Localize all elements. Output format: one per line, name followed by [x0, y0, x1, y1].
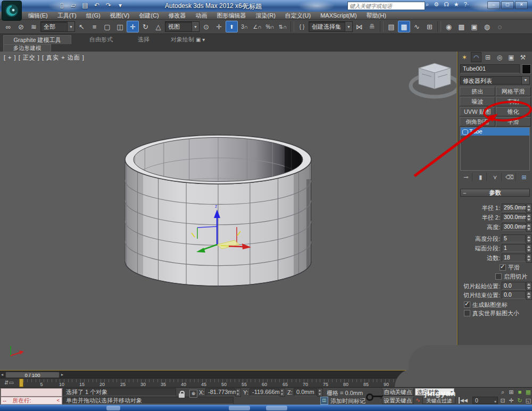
time-tag-icon[interactable]: ◫: [320, 397, 328, 405]
modifier-smooth-button[interactable]: 平滑: [496, 117, 531, 127]
spinner[interactable]: [526, 291, 532, 300]
smooth-checkbox[interactable]: [500, 264, 506, 271]
modifier-uvwmap-button[interactable]: UVW 贴图: [460, 107, 495, 116]
edit-named-selection-sets-icon[interactable]: { }: [296, 21, 308, 32]
modifier-taper-button[interactable]: 锥化: [496, 107, 531, 116]
hierarchy-tab-icon[interactable]: ⊞: [483, 52, 493, 62]
dropdown-arrow-icon[interactable]: ▼: [521, 77, 529, 84]
modifier-meshsmooth-button[interactable]: 网格平滑: [496, 87, 531, 96]
app-logo[interactable]: [2, 1, 22, 21]
menu-modifiers[interactable]: 修改器: [164, 12, 191, 20]
modifier-stack-list[interactable]: Tube: [460, 127, 530, 171]
next-frame-icon[interactable]: ▸: [61, 372, 63, 378]
dropdown-arrow-icon[interactable]: ▼: [345, 22, 352, 31]
generate-mapping-coords-checkbox[interactable]: [464, 301, 470, 308]
current-frame-field[interactable]: 0: [472, 397, 498, 404]
menu-group[interactable]: 组(G): [81, 12, 105, 20]
object-color-swatch[interactable]: [522, 64, 531, 74]
keyboard-shortcut-override-icon[interactable]: ⬆: [226, 21, 238, 32]
configure-modifier-sets-icon[interactable]: ⊞: [518, 173, 530, 181]
material-editor-icon[interactable]: ◉: [443, 21, 455, 32]
new-key-curve-icon[interactable]: ∿: [415, 397, 420, 404]
key-filters-button[interactable]: 关键点过滤器...: [422, 397, 455, 404]
named-selection-sets-dropdown[interactable]: 创建选择集▼: [309, 21, 353, 32]
use-pivot-center-icon[interactable]: ⊙: [200, 21, 212, 32]
parameters-rollout-header[interactable]: − 参数: [460, 189, 530, 197]
create-tab-icon[interactable]: ✶: [459, 52, 470, 62]
maximize-viewport-toggle-icon[interactable]: ◱: [525, 397, 532, 404]
tab-polygon-modeling[interactable]: 多边形建模: [3, 44, 51, 52]
maxscript-mini-listener[interactable]: [1, 388, 62, 397]
select-object-icon[interactable]: ↖: [76, 21, 88, 32]
go-to-start-icon[interactable]: ◀◀: [459, 397, 468, 404]
modifier-lathe-button[interactable]: 车削: [496, 97, 531, 106]
spinner[interactable]: [526, 282, 532, 291]
modifier-list-dropdown[interactable]: 修改器列表▼: [460, 76, 530, 85]
snaps-toggle-icon[interactable]: 3∩: [238, 21, 251, 32]
zoom-extents-icon[interactable]: ■: [516, 388, 523, 396]
render-production-icon[interactable]: ◍: [481, 21, 493, 32]
stack-item-tube[interactable]: Tube: [461, 128, 529, 136]
spinner-snap-icon[interactable]: ⇅∩: [277, 21, 289, 32]
spinner[interactable]: [526, 213, 532, 222]
set-key-button[interactable]: 设置关键点: [382, 397, 414, 404]
menu-create[interactable]: 创建(C): [134, 12, 163, 20]
make-unique-icon[interactable]: ⋎: [489, 173, 502, 181]
curve-editor-icon[interactable]: ∿: [411, 21, 423, 32]
height-segments-field[interactable]: 5: [502, 234, 526, 242]
real-world-map-size-checkbox[interactable]: [464, 310, 470, 316]
pin-stack-icon[interactable]: ⊸: [460, 173, 472, 181]
menu-views[interactable]: 视图(V): [105, 12, 135, 20]
select-and-scale-icon[interactable]: △: [152, 21, 164, 32]
bind-to-space-warp-icon[interactable]: ≋: [28, 21, 40, 32]
render-iterative-icon[interactable]: ◌: [494, 21, 506, 32]
menu-customize[interactable]: 自定义(U): [280, 12, 315, 20]
modifier-noise-button[interactable]: 噪波: [460, 97, 495, 106]
maxscript-listener-line[interactable]: -- 所在行: <: [1, 397, 62, 405]
display-tab-icon[interactable]: ▣: [506, 52, 517, 62]
orbit-icon[interactable]: ↻: [516, 397, 523, 404]
rendered-frame-window-icon[interactable]: ▣: [468, 21, 480, 32]
cap-segments-field[interactable]: 1: [502, 244, 526, 252]
height-field[interactable]: 300.0mm: [502, 223, 526, 231]
current-frame-marker[interactable]: [19, 379, 23, 387]
sides-field[interactable]: 18: [502, 254, 526, 262]
select-and-link-icon[interactable]: ∞: [2, 21, 14, 32]
help-search-input[interactable]: [347, 2, 425, 10]
spinner[interactable]: [526, 204, 532, 213]
mini-curve-editor-icon[interactable]: ⇵▭: [3, 380, 15, 386]
radius1-field[interactable]: 295.0mm: [502, 204, 526, 212]
graphite-ribbon-toggle-icon[interactable]: ▦: [398, 21, 410, 32]
maximize-button[interactable]: ▢: [501, 1, 514, 9]
selection-filter-dropdown[interactable]: 全部▼: [40, 21, 75, 32]
motion-tab-icon[interactable]: ◎: [494, 52, 505, 62]
slice-on-checkbox[interactable]: [495, 273, 502, 280]
pan-hand-icon[interactable]: ✛: [508, 397, 515, 404]
key-icon[interactable]: ⚙: [434, 1, 439, 8]
show-end-result-icon[interactable]: ▮: [475, 173, 487, 181]
slice-from-field[interactable]: 0.0: [502, 282, 526, 290]
tab-freeform[interactable]: 自由形式: [80, 35, 122, 44]
ribbon-options-icon[interactable]: ▣ ▾: [196, 37, 205, 43]
menu-animation[interactable]: 动画: [191, 12, 212, 20]
add-time-tag[interactable]: 添加时间标记: [330, 397, 365, 405]
x-coordinate-field[interactable]: -81.773mm: [205, 388, 235, 396]
minimize-button[interactable]: –: [487, 1, 500, 9]
render-setup-icon[interactable]: ▩: [455, 21, 468, 32]
viewport-orthographic[interactable]: [ + ] [ 正交 ] [ 真实 + 边面 ]: [0, 52, 458, 371]
select-and-manipulate-icon[interactable]: ✛: [213, 21, 225, 32]
menu-rendering[interactable]: 渲染(R): [251, 12, 280, 20]
select-by-name-icon[interactable]: ≡: [88, 21, 101, 32]
tab-graphite-modeling[interactable]: Graphite 建模工具: [3, 35, 71, 44]
spinner[interactable]: [526, 244, 532, 253]
collapse-icon[interactable]: −: [463, 190, 466, 197]
modifier-bevel-profile-button[interactable]: 倒角剖面: [460, 117, 495, 127]
zoom-region-icon[interactable]: ⊡: [499, 397, 506, 404]
selection-set-filter-dropdown[interactable]: 选定对象: [415, 388, 454, 396]
select-and-move-icon[interactable]: ✛: [127, 21, 139, 32]
search-icon[interactable]: ⌕: [426, 1, 429, 8]
modify-tab-icon[interactable]: ◠: [471, 52, 481, 62]
remove-modifier-icon[interactable]: ⌫: [504, 173, 516, 181]
object-name-field[interactable]: Tube001: [460, 64, 520, 73]
spinner[interactable]: [318, 388, 323, 397]
